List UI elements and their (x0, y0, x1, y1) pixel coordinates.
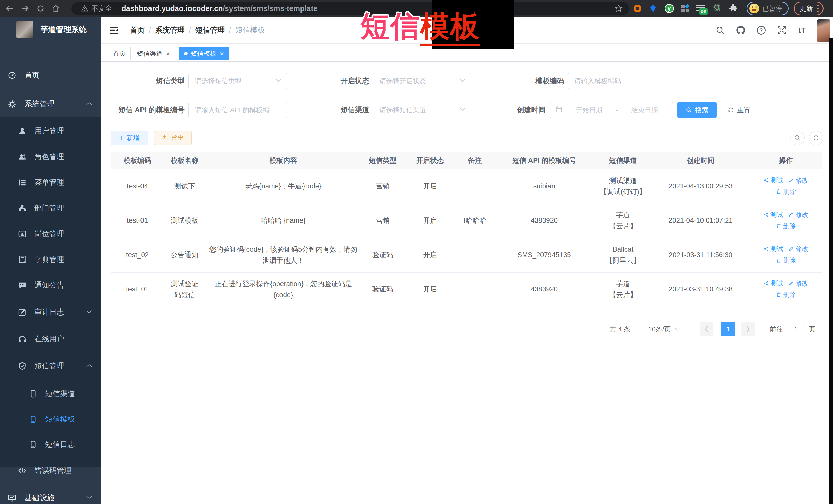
table-row: test_02 公告通知 您的验证码{code}，该验证码5分钟内有效，请勿泄漏… (111, 238, 822, 272)
close-icon[interactable]: × (220, 50, 224, 57)
close-icon[interactable]: × (166, 50, 170, 57)
sidebar-item-sms-management[interactable]: 短信管理 (0, 353, 101, 379)
breadcrumb: 首页 / 系统管理 / 短信管理 / 短信模板 (130, 17, 265, 44)
col-actions: 操作 (750, 152, 822, 169)
browser-update-button[interactable]: 更新 (794, 2, 824, 16)
col-template-content: 模板内容 (205, 152, 361, 169)
test-link[interactable]: 测试 (763, 175, 783, 185)
bookmark-star-icon[interactable] (614, 4, 623, 14)
help-icon[interactable]: ? (756, 25, 766, 35)
api-template-id-input[interactable] (188, 101, 287, 118)
next-page-button[interactable] (741, 322, 755, 336)
extension-grid-icon[interactable] (681, 4, 689, 13)
export-button[interactable]: 导出 (153, 131, 192, 145)
profile-status-label: 已暂停 (762, 4, 782, 13)
id-badge-icon (18, 230, 27, 238)
goto-page-input[interactable] (788, 322, 804, 336)
start-date-placeholder[interactable]: 开始日期 (566, 105, 612, 115)
sidebar-item-sms-template[interactable]: 短信模板 (0, 407, 101, 432)
page-number-1[interactable]: 1 (721, 322, 735, 336)
address-bar[interactable]: 不安全 dashboard.yudao.iocoder.cn/system/sm… (71, 2, 629, 15)
tag-home[interactable]: 首页 (108, 47, 130, 60)
edit-link[interactable]: 修改 (788, 278, 808, 288)
message-bubble-icon (18, 281, 27, 290)
breadcrumb-system[interactable]: 系统管理 (155, 25, 185, 35)
chevron-down-icon (459, 79, 465, 83)
search-icon[interactable] (715, 25, 725, 35)
plus-icon: + (119, 134, 124, 142)
sidebar-item-infrastructure[interactable]: 基础设施 (0, 485, 101, 504)
delete-link[interactable]: 删除 (776, 186, 796, 197)
sidebar-item-error-code-management[interactable]: 错误码管理 (0, 458, 101, 483)
show-search-toggle-button[interactable] (790, 131, 805, 145)
date-range-picker[interactable]: 开始日期 - 结束日期 (550, 101, 673, 118)
delete-link[interactable]: 删除 (776, 289, 796, 300)
extension-tool-icon[interactable] (713, 4, 721, 13)
sidebar-item-system-management[interactable]: 系统管理 (0, 91, 101, 117)
api-template-id-label: 短信 API 的模板编号 (108, 101, 185, 118)
sidebar-item-audit-log[interactable]: 审计日志 (0, 299, 101, 325)
sidebar-item-post-management[interactable]: 岗位管理 (0, 221, 101, 247)
tag-sms-template[interactable]: 短信模板 × (179, 47, 229, 60)
app-logo-row[interactable]: 芋道管理系统 (0, 21, 101, 39)
fullscreen-icon[interactable] (777, 25, 787, 35)
test-link[interactable]: 测试 (763, 278, 783, 288)
sidebar-item-sms-log[interactable]: 短信日志 (0, 432, 101, 457)
user-avatar[interactable] (817, 20, 830, 42)
browser-menu-dots-icon[interactable] (817, 5, 819, 12)
pagination-total: 共 4 条 (610, 322, 630, 336)
test-link[interactable]: 测试 (763, 244, 783, 254)
channel-select[interactable] (373, 101, 471, 118)
sidebar-item-dict-management[interactable]: 字典管理 (0, 247, 101, 272)
chevron-up-icon (86, 363, 93, 369)
back-icon[interactable] (4, 3, 16, 14)
browser-profile-chip[interactable]: 已暂停 (746, 2, 789, 16)
sidebar-collapse-icon[interactable] (109, 25, 120, 36)
search-button[interactable]: 搜索 (677, 101, 717, 118)
sidebar-item-menu-management[interactable]: 菜单管理 (0, 170, 101, 195)
template-code-input[interactable] (568, 73, 666, 90)
code-icon (18, 466, 27, 475)
forward-icon[interactable] (20, 3, 31, 14)
github-icon[interactable] (736, 25, 746, 35)
delete-link[interactable]: 删除 (776, 255, 796, 265)
table-row: test_01 测试验证码短信 正在进行登录操作{operation}，您的验证… (111, 272, 822, 307)
edit-link[interactable]: 修改 (788, 210, 808, 220)
edit-link[interactable]: 修改 (788, 175, 808, 185)
sidebar-item-notice-announcement[interactable]: 通知公告 (0, 272, 101, 298)
header-actions: ? tT (715, 17, 807, 44)
prev-page-button[interactable] (700, 322, 713, 336)
test-link[interactable]: 测试 (763, 210, 783, 220)
chevron-down-icon (86, 310, 93, 315)
url-text[interactable]: dashboard.yudao.iocoder.cn/system/sms/sm… (121, 4, 317, 13)
home-icon[interactable] (50, 3, 62, 14)
extension-orange-ring-icon[interactable] (634, 5, 641, 12)
reload-icon[interactable] (35, 3, 46, 14)
sms-template-table: 模板编码 模板名称 模板内容 短信类型 开启状态 备注 短信 API 的模板编号… (111, 152, 822, 307)
delete-link[interactable]: 删除 (776, 221, 796, 231)
edit-link[interactable]: 修改 (788, 244, 808, 254)
security-label[interactable]: 不安全 (91, 4, 112, 13)
sidebar-item-department-management[interactable]: 部门管理 (0, 195, 101, 221)
extension-blue-kite-icon[interactable] (649, 4, 658, 13)
sidebar-item-home[interactable]: 首页 (0, 63, 101, 88)
extension-green-y-icon[interactable]: y (665, 4, 674, 13)
extension-list-on-icon[interactable]: on (696, 4, 706, 13)
sidebar-item-sms-channel[interactable]: 短信渠道 (0, 381, 101, 407)
page-size-select[interactable]: 10条/页 (639, 322, 689, 336)
status-select[interactable] (373, 73, 471, 90)
add-button[interactable]: + 新增 (111, 131, 148, 145)
sidebar-item-online-users[interactable]: 在线用户 (0, 326, 101, 352)
chevron-down-icon (276, 79, 281, 83)
sidebar-item-user-management[interactable]: 用户管理 (0, 118, 101, 144)
extensions-puzzle-icon[interactable] (729, 4, 737, 13)
end-date-placeholder[interactable]: 结束日期 (621, 105, 668, 115)
refresh-button[interactable] (809, 131, 823, 145)
tag-sms-channel[interactable]: 短信渠道 × (132, 47, 175, 60)
sms-type-select[interactable] (188, 73, 287, 90)
sidebar-item-role-management[interactable]: 角色管理 (0, 144, 101, 170)
font-size-icon[interactable]: tT (797, 25, 807, 35)
reset-button[interactable]: 重置 (721, 101, 756, 118)
breadcrumb-home[interactable]: 首页 (130, 25, 145, 35)
breadcrumb-sms[interactable]: 短信管理 (195, 25, 225, 35)
